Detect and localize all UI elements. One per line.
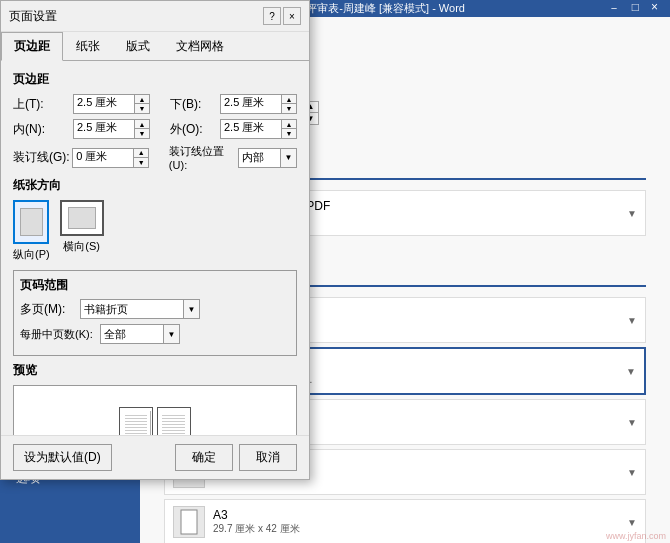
portrait-btn[interactable]: 纵向(P)	[13, 200, 50, 262]
paper-main: A3	[213, 508, 623, 522]
multi-select[interactable]: 书籍折页 ▼	[80, 299, 200, 319]
bottom-down[interactable]: ▼	[282, 104, 296, 113]
gutter-spinner[interactable]: ▲ ▼	[133, 149, 148, 167]
orientation-group: 纵向(P) 横向(S)	[13, 200, 297, 262]
gutter-up[interactable]: ▲	[134, 149, 148, 158]
gutter-pos-value: 内部	[239, 150, 280, 165]
top-up[interactable]: ▲	[135, 95, 149, 104]
per-sheet-arrow[interactable]: ▼	[163, 325, 179, 343]
gutter-pos-arrow[interactable]: ▼	[280, 149, 296, 167]
preview-section-title: 预览	[13, 362, 297, 379]
orientation-arrow[interactable]: ▼	[627, 467, 637, 478]
gutter-row: 装订线(G): 0 厘米 ▲ ▼ 装订线位置(U): 内部 ▼	[13, 144, 297, 171]
per-sheet-value: 全部	[101, 327, 163, 342]
multi-value: 书籍折页	[81, 302, 183, 317]
preview-pages	[119, 407, 191, 435]
tab-paper-label: 纸张	[76, 39, 100, 53]
dialog-titlebar: 页面设置 ? ×	[1, 1, 309, 32]
dialog-controls: ? ×	[263, 7, 301, 25]
inner-down[interactable]: ▼	[135, 129, 149, 138]
portrait-icon	[13, 200, 49, 244]
outer-input[interactable]: 2.5 厘米 ▲ ▼	[220, 119, 297, 139]
tab-docgrid[interactable]: 文档网格	[163, 32, 237, 61]
svg-rect-23	[181, 510, 197, 534]
outer-down[interactable]: ▼	[282, 129, 296, 138]
watermark: www.jyfan.com	[606, 531, 666, 541]
maximize-btn[interactable]: □	[628, 0, 643, 17]
landscape-label: 横向(S)	[63, 239, 100, 254]
margins-section-title: 页边距	[13, 71, 297, 88]
bottom-value: 2.5 厘米	[221, 95, 281, 113]
top-input[interactable]: 2.5 厘米 ▲ ▼	[73, 94, 150, 114]
top-margin-row: 上(T): 2.5 厘米 ▲ ▼ 下(B): 2.5 厘米 ▲ ▼	[13, 94, 297, 114]
paper-icon	[173, 506, 205, 538]
tab-paper[interactable]: 纸张	[63, 32, 113, 61]
inner-label: 内(N):	[13, 121, 73, 138]
ok-btn[interactable]: 确定	[175, 444, 233, 471]
outer-label: 外(O):	[170, 121, 220, 138]
outer-value: 2.5 厘米	[221, 120, 281, 138]
portrait-label: 纵向(P)	[13, 247, 50, 262]
printer-dropdown-arrow[interactable]: ▼	[627, 208, 637, 219]
dialog-help-btn[interactable]: ?	[263, 7, 281, 25]
bottom-label: 下(B):	[170, 96, 220, 113]
title-controls: － □ ×	[604, 0, 662, 17]
preview-page-left	[119, 407, 153, 435]
bottom-spinner[interactable]: ▲ ▼	[281, 95, 296, 113]
preview-box	[13, 385, 297, 435]
tab-margins[interactable]: 页边距	[1, 32, 63, 61]
landscape-preview	[68, 207, 96, 229]
duplex-arrow[interactable]: ▼	[626, 366, 636, 377]
dialog-footer: 设为默认值(D) 确定 取消	[1, 435, 309, 479]
dialog-close-btn[interactable]: ×	[283, 7, 301, 25]
landscape-btn[interactable]: 横向(S)	[60, 200, 104, 262]
outer-spinner[interactable]: ▲ ▼	[281, 120, 296, 138]
inner-margin-row: 内(N): 2.5 厘米 ▲ ▼ 外(O): 2.5 厘米 ▲ ▼	[13, 119, 297, 139]
top-value: 2.5 厘米	[74, 95, 134, 113]
bottom-up[interactable]: ▲	[282, 95, 296, 104]
per-sheet-label: 每册中页数(K):	[20, 327, 100, 342]
portrait-preview	[20, 208, 42, 236]
top-down[interactable]: ▼	[135, 104, 149, 113]
tab-layout-label: 版式	[126, 39, 150, 53]
tab-layout[interactable]: 版式	[113, 32, 163, 61]
top-label: 上(T):	[13, 96, 73, 113]
per-sheet-select[interactable]: 全部 ▼	[100, 324, 180, 344]
landscape-icon	[60, 200, 104, 236]
set-default-btn[interactable]: 设为默认值(D)	[13, 444, 112, 471]
dialog-content: 页边距 上(T): 2.5 厘米 ▲ ▼ 下(B): 2.5 厘米 ▲ ▼	[1, 61, 309, 435]
pages-group: 页码范围 多页(M): 书籍折页 ▼ 每册中页数(K): 全部 ▼	[13, 270, 297, 356]
multi-arrow[interactable]: ▼	[183, 300, 199, 318]
preview-page-right	[157, 407, 191, 435]
gutter-down[interactable]: ▼	[134, 158, 148, 167]
page-setup-dialog: 页面设置 ? × 页边距 纸张 版式 文档网格 页边距 上(T): 2.5 厘米	[0, 0, 310, 480]
tab-docgrid-label: 文档网格	[176, 39, 224, 53]
gutter-label: 装订线(G):	[13, 149, 72, 166]
top-spinner[interactable]: ▲ ▼	[134, 95, 149, 113]
multi-label: 多页(M):	[20, 301, 80, 318]
inner-value: 2.5 厘米	[74, 120, 134, 138]
inner-up[interactable]: ▲	[135, 120, 149, 129]
outer-up[interactable]: ▲	[282, 120, 296, 129]
minimize-btn[interactable]: －	[604, 0, 624, 17]
orientation-section-title: 纸张方向	[13, 177, 297, 194]
dialog-tabs: 页边距 纸张 版式 文档网格	[1, 32, 309, 61]
cancel-btn[interactable]: 取消	[239, 444, 297, 471]
paper-arrow[interactable]: ▼	[627, 517, 637, 528]
pages-title: 页码范围	[20, 277, 290, 294]
gutter-pos-select[interactable]: 内部 ▼	[238, 148, 297, 168]
bottom-input[interactable]: 2.5 厘米 ▲ ▼	[220, 94, 297, 114]
paper-sub: 29.7 厘米 x 42 厘米	[213, 522, 623, 536]
collate-arrow[interactable]: ▼	[627, 417, 637, 428]
per-sheet-row: 每册中页数(K): 全部 ▼	[20, 324, 290, 344]
multi-page-row: 多页(M): 书籍折页 ▼	[20, 299, 290, 319]
dialog-title: 页面设置	[9, 8, 57, 25]
print-all-arrow[interactable]: ▼	[627, 315, 637, 326]
gutter-pos-label: 装订线位置(U):	[169, 144, 238, 171]
close-btn[interactable]: ×	[647, 0, 662, 17]
gutter-input[interactable]: 0 厘米 ▲ ▼	[72, 148, 149, 168]
inner-input[interactable]: 2.5 厘米 ▲ ▼	[73, 119, 150, 139]
inner-spinner[interactable]: ▲ ▼	[134, 120, 149, 138]
paper-text: A3 29.7 厘米 x 42 厘米	[213, 508, 623, 536]
paper-row[interactable]: A3 29.7 厘米 x 42 厘米 ▼	[164, 499, 646, 543]
